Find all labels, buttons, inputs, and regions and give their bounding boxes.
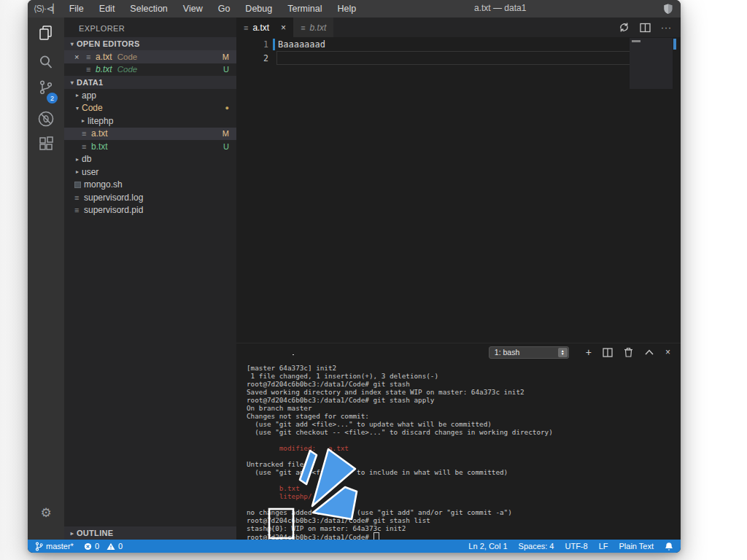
terminal-line: [master 64a373c] init2 — [247, 364, 681, 372]
terminal-line — [247, 476, 681, 484]
status-segment[interactable]: Spaces: 4 — [519, 542, 554, 551]
file-icon: ≡ — [82, 142, 91, 151]
terminal-line: b.txt — [247, 484, 681, 492]
panel-tab[interactable] — [293, 349, 294, 355]
terminal-line — [247, 436, 681, 444]
open-editors-header[interactable]: ▾ OPEN EDITORS — [64, 37, 236, 50]
tree-item[interactable]: ▸ db — [64, 153, 236, 166]
sidebar-title: EXPLORER — [64, 18, 236, 37]
terminal-line: Untracked files: — [247, 460, 681, 468]
split-editor-icon[interactable] — [640, 23, 651, 33]
terminal-shell-select[interactable]: 1: bash ▲▼ — [489, 346, 569, 359]
close-icon[interactable]: × — [281, 23, 286, 33]
split-terminal-icon[interactable] — [603, 348, 613, 357]
terminal-line: Saved working directory and index state … — [247, 388, 681, 396]
more-actions-icon[interactable]: ··· — [661, 23, 672, 33]
panel-tab[interactable] — [262, 350, 263, 355]
terminal[interactable]: [master 64a373c] init2 1 file changed, 1… — [236, 361, 681, 540]
status-bar: master* 0 0 Ln 2, Col 1Spaces: 4UTF-8LFP… — [28, 540, 681, 553]
panel-tab[interactable] — [247, 350, 248, 355]
status-segment[interactable]: UTF-8 — [565, 542, 587, 551]
close-icon[interactable]: × — [74, 52, 86, 61]
terminal-line: (use "git checkout -- <file>..." to disc… — [247, 428, 681, 436]
scrollbar-indicator[interactable] — [673, 39, 676, 50]
terminal-line: stash@{0}: WIP on master: 64a373c init2 — [247, 524, 681, 532]
terminal-line: (use "git add <file>..." to include in w… — [247, 468, 681, 476]
git-status-badge: M — [222, 52, 229, 61]
debug-icon[interactable] — [28, 109, 64, 128]
explorer-icon[interactable] — [28, 24, 64, 42]
error-icon — [84, 542, 92, 551]
menubar: FileEditSelectionViewGoDebugTerminalHelp — [69, 4, 357, 14]
tree-item[interactable]: ▸ litephp — [64, 114, 236, 128]
sync-icon[interactable] — [619, 22, 630, 33]
menu-item[interactable]: Selection — [130, 4, 167, 14]
open-editor-item-a[interactable]: × ≡ a.txt Code M — [64, 50, 236, 63]
panel-tab[interactable] — [277, 350, 279, 355]
scm-badge: 2 — [47, 93, 58, 104]
close-panel-icon[interactable]: × — [665, 347, 670, 357]
terminal-line — [247, 500, 681, 508]
source-control-icon[interactable] — [28, 79, 64, 96]
terminal-line: no changes added to commit (use "git add… — [247, 508, 681, 516]
terminal-line: root@7d204c6b0bc3:/data1/Code# git stash — [247, 380, 681, 388]
file-icon: ≡ — [301, 23, 305, 32]
bell-icon[interactable] — [665, 542, 673, 551]
tree-item[interactable]: ▸ app — [64, 89, 236, 102]
chevron-down-icon: ▾ — [68, 41, 77, 47]
kill-terminal-icon[interactable] — [624, 347, 633, 357]
terminal-line: (use "git add <file>..." to update what … — [247, 420, 681, 428]
tab-b-txt[interactable]: ≡ b.txt — [293, 18, 333, 37]
menu-item[interactable]: File — [69, 4, 84, 14]
extensions-icon[interactable] — [28, 136, 64, 153]
git-status-badge: ● — [225, 104, 229, 112]
menu-item[interactable]: Go — [218, 4, 231, 14]
gear-icon[interactable]: ⚙ — [28, 505, 64, 521]
editor[interactable]: 1 Baaaaaaad 2 — [236, 37, 681, 343]
new-terminal-icon[interactable]: + — [586, 346, 592, 358]
file-icon: ≡ — [74, 193, 84, 202]
terminal-line: 1 file changed, 1 insertion(+), 3 deleti… — [247, 372, 681, 380]
tree-item[interactable]: ▾ Code ● — [64, 102, 236, 115]
explorer-sidebar: EXPLORER ▾ OPEN EDITORS × ≡ a.txt Code M… — [64, 18, 236, 540]
menu-item[interactable]: Edit — [99, 4, 115, 14]
branch-icon — [35, 542, 43, 551]
tree-item[interactable]: ≡ b.txt U — [64, 140, 236, 153]
menu-item[interactable]: View — [183, 4, 203, 14]
file-tree: ▸ app ▾ Code ● ▸ litephp — [64, 89, 236, 217]
outline-header[interactable]: ▸ OUTLINE — [64, 526, 236, 540]
tree-item[interactable]: ≡ a.txt M — [64, 128, 236, 141]
status-segment[interactable]: Ln 2, Col 1 — [468, 542, 507, 551]
tree-item[interactable]: ▸ user — [64, 166, 236, 179]
tab-bar: ≡ a.txt × ≡ b.txt — [236, 18, 681, 37]
line-number: 1 — [236, 39, 268, 50]
select-stepper-icon: ▲▼ — [558, 348, 568, 357]
menu-item[interactable]: Debug — [245, 4, 272, 14]
open-editor-item-b[interactable]: ≡ b.txt Code U — [64, 63, 236, 77]
file-icon: ≡ — [86, 52, 96, 61]
status-segment[interactable]: Plain Text — [619, 542, 654, 551]
git-status-badge: U — [223, 65, 229, 74]
tab-a-txt[interactable]: ≡ a.txt × — [236, 18, 293, 37]
tree-item[interactable]: mongo.sh — [64, 179, 236, 192]
maximize-panel-icon[interactable] — [644, 349, 654, 356]
search-icon[interactable] — [28, 53, 64, 71]
code-line-1: Baaaaaaad — [278, 39, 325, 50]
minimap[interactable] — [630, 38, 673, 89]
terminal-line: litephp/ — [247, 492, 681, 500]
branch-status[interactable]: master* — [35, 542, 74, 551]
menu-item[interactable]: Help — [337, 4, 356, 14]
activity-bar: 2 ⚙ — [28, 18, 64, 540]
problems-status[interactable]: 0 0 — [84, 542, 123, 551]
line-number: 2 — [236, 53, 268, 63]
tree-item[interactable]: ≡ supervisord.pid — [64, 204, 236, 217]
file-icon — [74, 182, 81, 188]
terminal-line: root@7d204c6b0bc3:/data1/Code# git stash… — [247, 396, 681, 404]
folder-section-header[interactable]: ▾ DATA1 — [64, 76, 236, 89]
file-icon: ≡ — [82, 129, 91, 138]
tree-item[interactable]: ≡ supervisord.log — [64, 191, 236, 204]
menu-item[interactable]: Terminal — [287, 4, 322, 14]
terminal-line: modified: a.txt — [247, 444, 681, 452]
status-segment[interactable]: LF — [599, 542, 608, 551]
tree-arrow-icon: ▾ — [73, 105, 82, 112]
